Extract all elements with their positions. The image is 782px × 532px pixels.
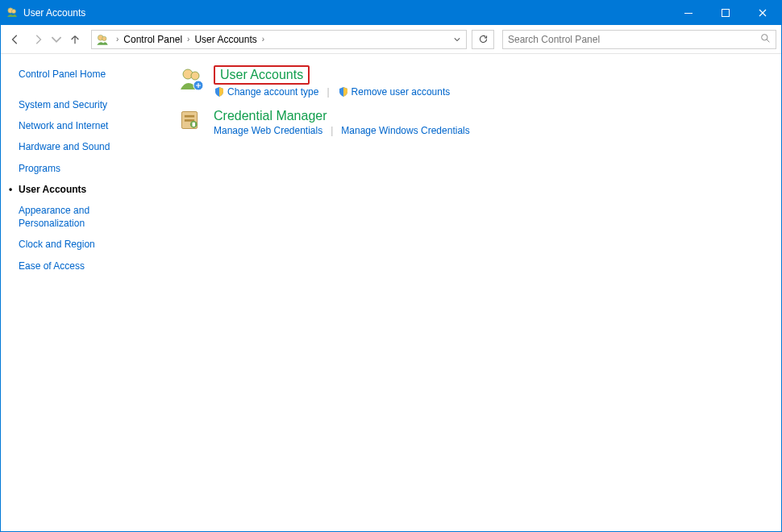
sidebar-item-clock-region[interactable]: Clock and Region xyxy=(19,234,154,255)
user-accounts-title[interactable]: User Accounts xyxy=(214,65,310,85)
link-label: Remove user accounts xyxy=(351,86,451,98)
window-title: User Accounts xyxy=(23,7,85,19)
svg-rect-2 xyxy=(684,13,693,14)
section-user-accounts: User Accounts Change account type | Remo… xyxy=(178,65,765,98)
search-icon xyxy=(760,33,771,46)
svg-point-1 xyxy=(11,9,15,13)
titlebar-icon xyxy=(6,6,19,21)
separator: | xyxy=(327,86,329,98)
maximize-button[interactable] xyxy=(707,1,744,25)
sidebar: Control Panel Home System and Security N… xyxy=(1,54,162,531)
address-bar-icon xyxy=(95,32,110,47)
manage-web-credentials-link[interactable]: Manage Web Credentials xyxy=(214,125,322,136)
remove-user-accounts-link[interactable]: Remove user accounts xyxy=(338,86,451,98)
sidebar-item-hardware-sound[interactable]: Hardware and Sound xyxy=(19,136,154,157)
svg-point-6 xyxy=(762,34,767,39)
close-button[interactable] xyxy=(744,1,781,25)
link-label: Manage Windows Credentials xyxy=(341,125,469,136)
sidebar-item-system-security[interactable]: System and Security xyxy=(19,94,154,115)
sidebar-item-network-internet[interactable]: Network and Internet xyxy=(19,115,154,136)
control-panel-home-link[interactable]: Control Panel Home xyxy=(19,69,154,80)
svg-rect-11 xyxy=(185,115,194,118)
svg-point-5 xyxy=(102,36,106,40)
svg-rect-3 xyxy=(722,10,730,17)
change-account-type-link[interactable]: Change account type xyxy=(214,86,318,98)
separator: | xyxy=(331,125,333,136)
address-dropdown-button[interactable] xyxy=(450,31,464,48)
sidebar-item-programs[interactable]: Programs xyxy=(19,158,154,179)
sidebar-list: System and Security Network and Internet… xyxy=(19,94,154,276)
chevron-right-icon: › xyxy=(113,35,122,44)
manage-windows-credentials-link[interactable]: Manage Windows Credentials xyxy=(341,125,469,136)
link-label: Change account type xyxy=(227,86,318,98)
section-credential-manager: Credential Manager Manage Web Credential… xyxy=(178,109,765,136)
credential-manager-icon xyxy=(178,109,204,135)
svg-point-8 xyxy=(191,72,199,80)
shield-icon xyxy=(214,86,225,98)
up-button[interactable] xyxy=(65,30,85,49)
recent-locations-button[interactable] xyxy=(51,30,62,49)
chevron-right-icon: › xyxy=(184,35,193,44)
user-accounts-icon xyxy=(178,65,204,91)
body: Control Panel Home System and Security N… xyxy=(1,54,781,531)
link-label: Manage Web Credentials xyxy=(214,125,322,136)
refresh-button[interactable] xyxy=(472,30,494,49)
content-pane: User Accounts Change account type | Remo… xyxy=(162,54,781,531)
search-box[interactable] xyxy=(502,30,776,49)
sidebar-item-ease-of-access[interactable]: Ease of Access xyxy=(19,256,154,276)
back-button[interactable] xyxy=(6,30,25,49)
chevron-right-icon: › xyxy=(259,35,268,44)
credential-manager-title[interactable]: Credential Manager xyxy=(214,109,327,123)
navbar: › Control Panel › User Accounts › xyxy=(1,25,781,54)
forward-button[interactable] xyxy=(28,30,48,49)
sidebar-item-appearance-personalization[interactable]: Appearance and Personalization xyxy=(19,200,115,234)
breadcrumb-segment[interactable]: User Accounts xyxy=(193,31,258,48)
search-input[interactable] xyxy=(508,34,760,45)
titlebar: User Accounts xyxy=(1,1,781,25)
breadcrumb-segment[interactable]: Control Panel xyxy=(122,31,184,48)
sidebar-item-user-accounts[interactable]: User Accounts xyxy=(19,179,154,200)
svg-rect-14 xyxy=(193,123,196,127)
minimize-button[interactable] xyxy=(670,1,707,25)
shield-icon xyxy=(338,86,349,98)
address-bar[interactable]: › Control Panel › User Accounts › xyxy=(91,30,467,49)
